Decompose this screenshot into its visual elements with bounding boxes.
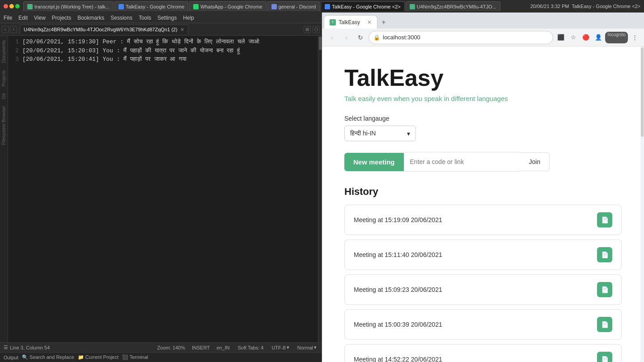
document-icon-4: 📄 xyxy=(601,321,609,328)
kate-statusbar-left: ☰ Line 3, Column 54 xyxy=(4,345,50,350)
chrome-profile-icon[interactable]: 👤 xyxy=(593,32,604,43)
os-time: 20/06/21 3:32 PM xyxy=(530,4,569,9)
line-content-1: [20/06/2021, 15:19:30] Peer : मैं सोच रह… xyxy=(22,38,259,46)
kate-tab-label: U4Nm9qZzc4BR9wBcYM8u-4TJOoc2RvgW6Yh3E79h… xyxy=(24,27,178,32)
language-value: हिन्दी hi-IN xyxy=(350,130,376,137)
history-item-1-doc-button[interactable]: 📄 xyxy=(597,212,612,227)
kate-editor[interactable]: 1 [20/06/2021, 15:19:30] Peer : मैं सोच … xyxy=(8,36,318,342)
minimize-button[interactable] xyxy=(9,4,14,8)
kate-terminal-label[interactable]: ⬛ Terminal xyxy=(122,354,148,360)
language-select[interactable]: हिन्दी hi-IN ▾ xyxy=(344,126,416,141)
chrome-talkeasy-tab[interactable]: T TalkEasy ✕ xyxy=(324,15,377,29)
tab-icon-discord xyxy=(271,4,277,9)
chrome-cast-icon[interactable]: ⬛ xyxy=(555,32,567,43)
os-tab-talkeasy2[interactable]: TalkEasy - Google Chrome <2> xyxy=(321,1,404,11)
history-item-2-label: Meeting at 15:11:40 20/06/2021 xyxy=(354,251,442,258)
chrome-address-bar[interactable]: 🔒 localhost:3000 xyxy=(369,31,553,44)
editor-line-1: 1 [20/06/2021, 15:19:30] Peer : मैं सोच … xyxy=(12,38,314,46)
language-chevron-icon: ▾ xyxy=(407,130,410,137)
kate-menu-bookmarks[interactable]: Bookmarks xyxy=(77,15,104,21)
os-tab-discord[interactable]: general - Discord xyxy=(267,1,320,11)
document-icon-2: 📄 xyxy=(601,251,609,258)
chrome-extension-icon[interactable]: 🔴 xyxy=(580,32,592,43)
history-item-4-label: Meeting at 15:00:39 20/06/2021 xyxy=(354,321,442,328)
close-button[interactable] xyxy=(4,4,8,8)
chrome-tabbar: T TalkEasy ✕ + xyxy=(322,13,644,29)
code-or-link-input[interactable] xyxy=(404,152,520,172)
line-number-2: 2 xyxy=(12,46,19,55)
kate-split-icon[interactable]: ⊞ xyxy=(304,26,311,33)
kate-float-icon[interactable]: ⬡ xyxy=(313,26,320,33)
os-tab-bar: transcript.js (Working Tree) - talk... T… xyxy=(23,1,527,11)
traffic-lights xyxy=(4,4,20,8)
kate-tab-prev[interactable]: ‹ xyxy=(2,26,9,33)
kate-scrollbar-thumb xyxy=(319,37,322,50)
os-tab-discord-label: general - Discord xyxy=(279,4,316,9)
chrome-favicon: T xyxy=(330,19,336,25)
os-tab-talkeasy2-label: TalkEasy - Google Chrome <2> xyxy=(332,4,400,9)
chrome-back-button[interactable]: ‹ xyxy=(326,31,338,44)
kate-eol-selector[interactable]: Normal ▾ xyxy=(296,344,318,351)
os-tab-talkeasy1[interactable]: TalkEasy - Google Chrome xyxy=(114,1,188,11)
talkeasy-content: TalkEasy Talk easily even when you speak… xyxy=(322,46,644,362)
kate-menu-tools[interactable]: Tools xyxy=(139,15,151,21)
chrome-forward-button[interactable]: › xyxy=(340,31,352,44)
sidebar-item-git[interactable]: Git xyxy=(0,92,7,101)
chrome-menu-icon[interactable]: ⋮ xyxy=(629,32,640,43)
sidebar-item-projects[interactable]: Projects xyxy=(0,68,7,88)
tab-icon-transcript xyxy=(27,4,33,9)
os-tab-kate2[interactable]: U4Nm9qZzc4BR9wBcYM8u-4TJO... xyxy=(406,1,500,11)
kate-output-label[interactable]: Output xyxy=(4,355,18,360)
editor-line-3: 3 [20/06/2021, 15:20:41] You : मैं पहाड़… xyxy=(12,55,314,64)
document-icon-3: 📄 xyxy=(601,286,609,293)
line-content-3: [20/06/2021, 15:20:41] You : मैं पहाड़ों… xyxy=(22,55,186,64)
kate-editor-tab[interactable]: U4Nm9qZzc4BR9wBcYM8u-4TJOoc2RvgW6Yh3E79h… xyxy=(20,25,188,34)
join-button[interactable]: Join xyxy=(520,152,550,171)
kate-menu-settings[interactable]: Settings xyxy=(157,15,177,21)
sidebar-item-documents[interactable]: Documents xyxy=(0,38,7,65)
history-item-2: Meeting at 15:11:40 20/06/2021 📄 xyxy=(344,240,622,270)
line-number-1: 1 xyxy=(12,38,19,46)
kate-menubar: File Edit View Projects Bookmarks Sessio… xyxy=(0,13,322,23)
talkeasy-title: TalkEasy xyxy=(344,64,622,91)
chrome-reload-button[interactable]: ↻ xyxy=(354,31,367,44)
maximize-button[interactable] xyxy=(15,4,20,8)
os-tab-whatsapp[interactable]: WhatsApp - Google Chrome xyxy=(189,1,266,11)
kate-zoom-selector[interactable]: Zoom: 140% xyxy=(156,345,186,351)
kate-menu-edit[interactable]: Edit xyxy=(18,15,28,21)
kate-tab-close-icon[interactable]: ✕ xyxy=(180,27,184,33)
kate-menu-view[interactable]: View xyxy=(34,15,46,21)
history-item-5-doc-button[interactable]: 📄 xyxy=(597,352,612,362)
kate-encoding-selector[interactable]: UTF-8 ▾ xyxy=(270,344,290,351)
tab-icon-kate2 xyxy=(410,4,415,9)
kate-tabbar: ‹ › U4Nm9qZzc4BR9wBcYM8u-4TJOoc2RvgW6Yh3… xyxy=(0,23,322,36)
history-item-2-doc-button[interactable]: 📄 xyxy=(597,247,612,262)
kate-tabs-selector[interactable]: Soft Tabs: 4 xyxy=(236,345,265,351)
kate-locale-selector[interactable]: en_IN xyxy=(215,345,231,351)
kate-project-label[interactable]: 📁 Current Project xyxy=(78,354,119,360)
history-title: History xyxy=(344,186,622,198)
chrome-bookmark-icon[interactable]: ☆ xyxy=(568,32,579,43)
kate-hamburger-icon[interactable]: ☰ xyxy=(4,345,8,350)
history-item-4-doc-button[interactable]: 📄 xyxy=(597,317,612,332)
history-item-3-doc-button[interactable]: 📄 xyxy=(597,282,612,297)
kate-scrollbar[interactable] xyxy=(318,36,322,342)
kate-tabs-label: Soft Tabs: 4 xyxy=(237,345,263,350)
chrome-new-tab-button[interactable]: + xyxy=(377,16,390,29)
lock-icon: 🔒 xyxy=(373,34,380,41)
os-tab-transcript[interactable]: transcript.js (Working Tree) - talk... xyxy=(23,1,114,11)
os-bar-right: 20/06/21 3:32 PM TalkEasy - Google Chrom… xyxy=(530,4,640,9)
chrome-tab-close-icon[interactable]: ✕ xyxy=(367,19,372,25)
kate-toolbar-bottom: Output 🔍 Search and Replace 📁 Current Pr… xyxy=(0,352,322,362)
kate-statusbar-right: Zoom: 140% INSERT en_IN Soft Tabs: 4 UTF… xyxy=(156,344,318,351)
kate-search-label[interactable]: 🔍 Search and Replace xyxy=(22,354,74,360)
kate-menu-help[interactable]: Help xyxy=(183,15,194,21)
kate-menu-projects[interactable]: Projects xyxy=(52,15,71,21)
history-list: Meeting at 15:19:09 20/06/2021 📄 Meeting… xyxy=(344,205,622,362)
kate-tab-next[interactable]: › xyxy=(10,26,17,33)
chrome-scrollbar[interactable] xyxy=(640,46,644,362)
kate-menu-sessions[interactable]: Sessions xyxy=(110,15,132,21)
sidebar-item-filesystem[interactable]: Filesystem Browser xyxy=(0,104,7,147)
kate-menu-file[interactable]: File xyxy=(4,15,12,21)
new-meeting-button[interactable]: New meeting xyxy=(344,153,404,171)
